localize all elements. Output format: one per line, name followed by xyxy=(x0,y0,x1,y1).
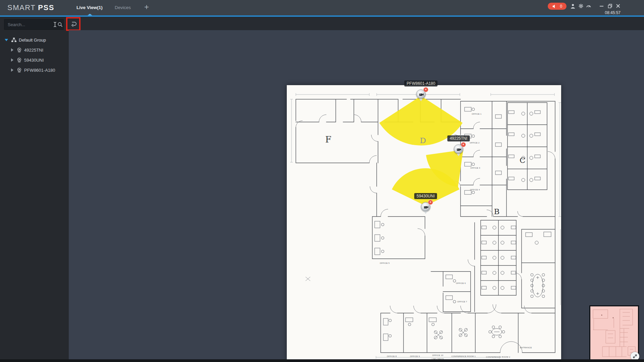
search-input[interactable] xyxy=(4,19,51,29)
close-icon[interactable] xyxy=(615,3,621,9)
marker-pointer xyxy=(424,212,427,214)
app-logo: SMART PSS xyxy=(7,3,54,12)
expander-arrow-icon[interactable] xyxy=(11,48,13,52)
sidebar-item-59430uni[interactable]: 59430UNI xyxy=(0,55,69,65)
alarm-counter[interactable]: 0 xyxy=(548,3,567,10)
annotation-highlight xyxy=(66,17,80,31)
sidebar-item-pfw8601-a180[interactable]: PFW8601-A180 xyxy=(0,65,69,75)
plan-label: ENTRANCE xyxy=(520,347,532,349)
floor-plan[interactable]: FDCBOFFICE 1OFFICE 2OFFICE 3OFFICE 4OFFI… xyxy=(287,85,561,360)
expander-arrow-icon[interactable] xyxy=(11,68,13,72)
alarm-count: 0 xyxy=(560,4,562,9)
expander-arrow-icon[interactable] xyxy=(5,39,8,41)
smartpss-window: SMART PSS Live View(1) Devices + 0 08:45… xyxy=(0,0,644,362)
group-icon xyxy=(11,37,17,43)
new-tab-button[interactable]: + xyxy=(144,2,149,12)
camera-label[interactable]: 59430UNI xyxy=(414,193,437,199)
plan-label: OFFICE 3 xyxy=(470,167,480,169)
plan-label: B xyxy=(494,207,499,216)
tab-live-view[interactable]: Live View(1) xyxy=(76,5,103,10)
camera-offline-badge-icon: × xyxy=(423,87,428,92)
plan-label: D xyxy=(420,136,426,145)
device-tree: Default Group49225TNI59430UNIPFW8601-A18… xyxy=(0,35,69,75)
plan-label: OFFICE 5 xyxy=(380,262,389,264)
marker-pointer xyxy=(457,154,460,156)
plan-label: OFFICE 2 xyxy=(470,142,479,144)
camera-offline-badge-icon: × xyxy=(428,200,433,205)
camera-label[interactable]: PFW8601-A180 xyxy=(404,80,437,86)
search-box[interactable] xyxy=(4,19,64,30)
sidebar-item-label: PFW8601-A180 xyxy=(24,68,55,73)
emap-canvas[interactable]: FDCBOFFICE 1OFFICE 2OFFICE 3OFFICE 4OFFI… xyxy=(69,30,644,360)
sidebar-item-default-group[interactable]: Default Group xyxy=(0,35,69,45)
plan-label: CONFERENCE ROOM 1 xyxy=(451,355,476,357)
marker-pointer xyxy=(419,99,423,101)
expander-arrow-icon[interactable] xyxy=(11,58,13,62)
minimize-icon[interactable] xyxy=(599,3,604,9)
performance-gauge-icon[interactable] xyxy=(586,3,591,9)
settings-gear-icon[interactable] xyxy=(578,3,584,9)
plan-label: C xyxy=(520,156,526,165)
speaker-icon xyxy=(552,4,557,9)
camera-device-icon xyxy=(16,47,22,53)
user-icon[interactable] xyxy=(570,3,576,9)
clock: 08:45:57 xyxy=(594,10,621,15)
device-sidebar: Default Group49225TNI59430UNIPFW8601-A18… xyxy=(0,17,69,360)
plan-label: OFFICE 8 xyxy=(387,355,396,357)
sidebar-item-49225tni[interactable]: 49225TNI xyxy=(0,45,69,55)
plan-label: OFFICE 9 xyxy=(410,355,420,357)
camera-device-icon xyxy=(16,67,22,73)
floor-plan-drawing xyxy=(287,85,561,360)
plan-label: OFFICE 7 xyxy=(457,301,467,303)
camera-coverage-cones xyxy=(379,96,463,206)
window-bottom-edge xyxy=(0,359,644,362)
camera-device-icon xyxy=(16,57,22,63)
plan-label: OFFICE 6 xyxy=(456,282,466,284)
plan-label: OFFICE 4 xyxy=(470,189,480,191)
text-cursor-icon xyxy=(53,21,57,27)
plan-label: OFFICE 1 xyxy=(472,113,481,115)
restore-window-icon[interactable] xyxy=(607,3,613,9)
plan-label: F xyxy=(325,134,331,144)
camera-offline-badge-icon: × xyxy=(461,142,466,147)
plan-label: OFFICE 10 xyxy=(432,354,443,356)
sidebar-item-label: Default Group xyxy=(19,38,46,43)
sidebar-item-label: 49225TNI xyxy=(24,48,43,53)
active-tab-indicator xyxy=(88,14,92,15)
emap-toolbar: Opacity xyxy=(0,17,644,30)
sidebar-item-label: 59430UNI xyxy=(24,58,44,63)
camera-label[interactable]: 49225TNI xyxy=(447,135,470,141)
titlebar: SMART PSS Live View(1) Devices + 0 08:45… xyxy=(0,0,644,15)
map-thumbnail[interactable] xyxy=(589,305,639,360)
search-icon[interactable] xyxy=(57,22,63,27)
tab-devices[interactable]: Devices xyxy=(115,5,131,10)
plan-label: CONFERENCE ROOM 2 xyxy=(486,356,510,358)
